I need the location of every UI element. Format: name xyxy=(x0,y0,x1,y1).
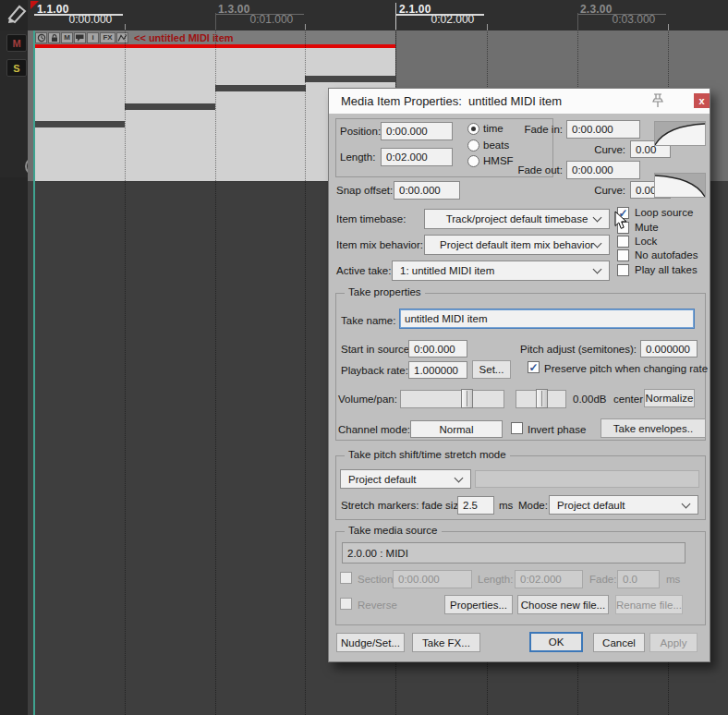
volume-slider-thumb[interactable] xyxy=(461,389,473,408)
item-fx-button[interactable]: FX xyxy=(100,32,115,43)
position-label: Position: xyxy=(340,126,381,137)
volume-slider[interactable] xyxy=(400,390,504,408)
section-checkbox[interactable] xyxy=(340,572,352,584)
ok-button[interactable]: OK xyxy=(529,632,583,652)
item-envelope-icon[interactable] xyxy=(116,32,128,43)
channel-mode-label: Channel mode: xyxy=(338,424,410,435)
reverse-checkbox[interactable] xyxy=(340,598,352,610)
channel-mode-select[interactable]: Normal xyxy=(410,420,503,438)
length-field[interactable]: 0:02.000 xyxy=(381,148,453,166)
media-item-properties-dialog: Media Item Properties: untitled MIDI ite… xyxy=(328,88,710,662)
item-mix-behavior-select[interactable]: Project default item mix behavior xyxy=(424,235,610,255)
item-mix-behavior-label: Item mix behavior: xyxy=(336,239,423,250)
source-properties-button[interactable]: Properties... xyxy=(444,595,513,614)
fade-in-label: Fade in: xyxy=(509,124,563,135)
item-mute-button[interactable]: M xyxy=(61,32,73,43)
fade-in-curve-button[interactable] xyxy=(654,121,706,146)
take-envelopes-button[interactable]: Take envelopes.. xyxy=(601,418,706,438)
pencil-tool-icon[interactable] xyxy=(6,3,30,25)
play-all-takes-checkbox[interactable] xyxy=(617,264,629,276)
item-lock-icon[interactable] xyxy=(48,32,60,43)
stretch-mode-select[interactable]: Project default xyxy=(549,495,698,515)
loop-source-label: Loop source xyxy=(635,207,693,218)
timeline-ruler[interactable]: 1.1.00 0:00.000 1.3.00 0:01.000 2.1.00 0… xyxy=(28,0,728,30)
rename-file-button: Rename file... xyxy=(615,595,683,614)
ruler-gridline xyxy=(577,13,578,30)
lock-checkbox[interactable] xyxy=(617,236,629,248)
section-start-field: 0:00.000 xyxy=(393,570,472,588)
track-solo-button[interactable]: S xyxy=(6,59,27,77)
item-timebase-select[interactable]: Track/project default timebase xyxy=(424,209,610,229)
item-info-icon[interactable]: i xyxy=(87,32,99,43)
nudge-set-button[interactable]: Nudge/Set... xyxy=(336,633,405,652)
cancel-button[interactable]: Cancel xyxy=(593,633,645,652)
section-length-label: Length: xyxy=(478,574,513,585)
snap-offset-field[interactable]: 0:00.000 xyxy=(394,181,460,200)
item-mix-behavior-value: Project default item mix behavior xyxy=(440,239,594,250)
take-name-input[interactable]: untitled MIDI item xyxy=(399,309,695,329)
grid-line xyxy=(215,30,216,715)
take-properties-legend: Take properties xyxy=(345,286,425,297)
ruler-tick xyxy=(305,24,306,30)
radio-beats[interactable] xyxy=(467,139,479,151)
fade-out-field[interactable]: 0:00.000 xyxy=(566,161,640,179)
pan-slider-thumb[interactable] xyxy=(536,389,548,408)
fade-in-field[interactable]: 0:00.000 xyxy=(566,120,640,139)
fade-out-curve-button[interactable] xyxy=(654,173,706,198)
stretch-mode-label: Mode: xyxy=(518,500,548,511)
no-autofades-label: No autofades xyxy=(635,249,698,261)
media-source-legend: Take media source xyxy=(345,525,442,536)
pitch-adjust-field[interactable]: 0.000000 xyxy=(640,340,698,358)
item-notes-icon[interactable] xyxy=(74,32,86,43)
section-fade-field: 0.0 xyxy=(617,570,660,588)
edit-cursor-flag[interactable] xyxy=(30,1,39,9)
active-take-label: Active take: xyxy=(336,265,391,276)
radio-beats-label: beats xyxy=(483,139,509,151)
choose-new-file-button[interactable]: Choose new file... xyxy=(517,595,609,614)
invert-phase-checkbox[interactable] xyxy=(511,422,523,434)
ruler-gridline xyxy=(215,13,216,30)
midi-note xyxy=(215,85,306,91)
active-take-select[interactable]: 1: untitled MIDI item xyxy=(392,261,610,281)
active-take-value: 1: untitled MIDI item xyxy=(400,265,494,276)
chevron-down-icon xyxy=(593,239,602,248)
reverse-label: Reverse xyxy=(358,600,397,611)
set-rate-button[interactable]: Set... xyxy=(472,360,511,379)
apply-button: Apply xyxy=(649,633,698,652)
pitch-shift-legend: Take pitch shift/time stretch mode xyxy=(345,449,510,460)
radio-time-label: time xyxy=(483,123,504,134)
radio-time[interactable] xyxy=(467,123,479,135)
pin-icon[interactable] xyxy=(651,92,664,109)
chevron-down-icon xyxy=(593,213,602,223)
pitch-mode-select[interactable]: Project default xyxy=(340,469,471,489)
fade-in-curve-label: Curve: xyxy=(564,144,625,155)
normalize-button[interactable]: Normalize xyxy=(644,389,695,407)
midi-note xyxy=(125,103,215,110)
radio-hmsf[interactable] xyxy=(467,155,479,167)
length-label: Length: xyxy=(340,151,375,163)
midi-note xyxy=(305,76,395,82)
preserve-pitch-checkbox[interactable]: ✓ xyxy=(528,361,540,373)
start-in-source-field[interactable]: 0:00.000 xyxy=(408,340,467,358)
position-field[interactable]: 0:00.000 xyxy=(381,122,453,140)
edit-cursor-line[interactable] xyxy=(33,30,35,715)
item-timing-clock-icon[interactable] xyxy=(35,32,47,43)
ruler-underline xyxy=(577,14,666,15)
playback-rate-field[interactable]: 1.000000 xyxy=(408,361,467,379)
chevron-down-icon xyxy=(455,473,464,482)
lock-label: Lock xyxy=(635,236,657,247)
play-all-takes-label: Play all takes xyxy=(635,264,698,275)
ruler-tick xyxy=(668,24,669,30)
pan-slider[interactable] xyxy=(516,390,566,408)
stretch-mode-value: Project default xyxy=(557,500,625,511)
ruler-tick xyxy=(125,24,126,30)
close-icon[interactable]: x xyxy=(694,93,710,108)
playback-rate-label: Playback rate: xyxy=(341,365,408,376)
item-timebase-value: Track/project default timebase xyxy=(446,213,588,224)
no-autofades-checkbox[interactable] xyxy=(617,249,629,261)
stretch-fade-size-field[interactable]: 2.5 xyxy=(457,496,494,515)
dialog-titlebar[interactable]: Media Item Properties: untitled MIDI ite… xyxy=(329,89,710,114)
section-label: Section: xyxy=(358,574,396,585)
track-mute-button[interactable]: M xyxy=(6,34,27,52)
take-fx-button[interactable]: Take FX... xyxy=(412,633,480,652)
